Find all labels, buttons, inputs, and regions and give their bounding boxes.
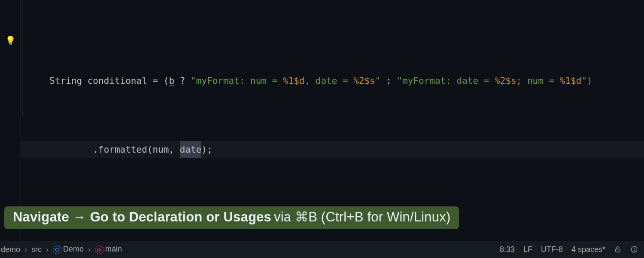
code-text: ); bbox=[201, 141, 212, 158]
code-format: %1$d bbox=[560, 72, 582, 89]
svg-rect-0 bbox=[616, 249, 620, 252]
code-string: "myFormat: num = bbox=[191, 72, 283, 89]
status-encoding[interactable]: UTF-8 bbox=[541, 245, 563, 254]
code-text: : bbox=[381, 72, 397, 89]
code-text: .formatted(num, bbox=[22, 141, 180, 158]
code-string: ; num = bbox=[516, 72, 560, 89]
code-line[interactable]: String conditional = (b ? "myFormat: num… bbox=[22, 72, 644, 89]
breadcrumb-item[interactable]: CDemo bbox=[53, 245, 84, 254]
status-bar: demo›src›CDemo›mmain 8:33 LF UTF-8 4 spa… bbox=[0, 241, 644, 258]
code-format: %1$d bbox=[283, 72, 305, 89]
breadcrumb-label: src bbox=[31, 245, 42, 254]
breadcrumb-label: demo bbox=[1, 245, 20, 254]
breadcrumb-separator: › bbox=[88, 245, 91, 254]
breadcrumb-item[interactable]: mmain bbox=[95, 245, 122, 254]
code-text: ? bbox=[174, 72, 191, 89]
code-format: %2$s bbox=[353, 72, 375, 89]
code-string: " bbox=[375, 72, 381, 89]
code-string: "myFormat: date = bbox=[397, 72, 495, 89]
problems-icon[interactable] bbox=[630, 246, 638, 253]
code-string: ") bbox=[581, 72, 592, 89]
breadcrumb-label: Demo bbox=[63, 245, 84, 253]
breadcrumb-separator: › bbox=[24, 245, 27, 254]
code-line-current[interactable]: .formatted(num, date); bbox=[21, 141, 644, 158]
breadcrumb-separator: › bbox=[46, 245, 49, 254]
class-icon: C bbox=[53, 246, 61, 254]
editor-area[interactable]: 💡 String conditional = (b ? "myFormat: n… bbox=[0, 0, 644, 241]
breadcrumb-item[interactable]: demo bbox=[1, 245, 20, 254]
breadcrumb-label: main bbox=[105, 245, 122, 253]
lock-icon[interactable] bbox=[614, 246, 622, 253]
breadcrumb-item[interactable]: src bbox=[31, 245, 42, 254]
code-format: %2$s bbox=[495, 72, 516, 89]
status-line-separator[interactable]: LF bbox=[523, 245, 532, 254]
code-var-b: b bbox=[169, 72, 174, 89]
hint-banner: Navigate → Go to Declaration or Usages v… bbox=[4, 206, 459, 229]
breadcrumb[interactable]: demo›src›CDemo›mmain bbox=[0, 245, 122, 254]
code-selection: date bbox=[180, 141, 202, 158]
hint-banner-shortcut: via ⌘B (Ctrl+B for Win/Linux) bbox=[274, 209, 450, 225]
status-indent[interactable]: 4 spaces* bbox=[571, 245, 605, 254]
code-string: , date = bbox=[304, 72, 353, 89]
status-right: 8:33 LF UTF-8 4 spaces* bbox=[500, 245, 638, 254]
method-icon: m bbox=[95, 246, 103, 254]
code-text: String conditional = ( bbox=[22, 72, 169, 89]
svg-point-3 bbox=[634, 251, 634, 251]
hint-banner-action: Navigate → Go to Declaration or Usages bbox=[13, 209, 271, 225]
status-cursor-position[interactable]: 8:33 bbox=[500, 245, 515, 254]
